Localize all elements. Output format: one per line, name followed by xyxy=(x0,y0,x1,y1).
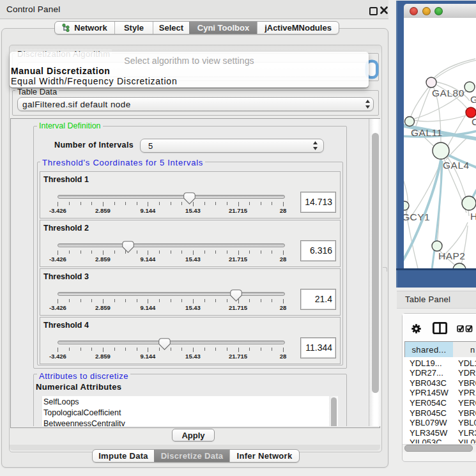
svg-text:G: G xyxy=(470,94,476,105)
svg-text:C: C xyxy=(472,116,476,127)
svg-text:GAL4: GAL4 xyxy=(443,160,470,171)
svg-text:GAL80: GAL80 xyxy=(432,88,464,98)
svg-text:GCY1: GCY1 xyxy=(404,211,430,222)
svg-text:HAP2: HAP2 xyxy=(438,250,466,261)
svg-text:H: H xyxy=(470,211,476,222)
svg-text:GAL11: GAL11 xyxy=(411,127,443,138)
